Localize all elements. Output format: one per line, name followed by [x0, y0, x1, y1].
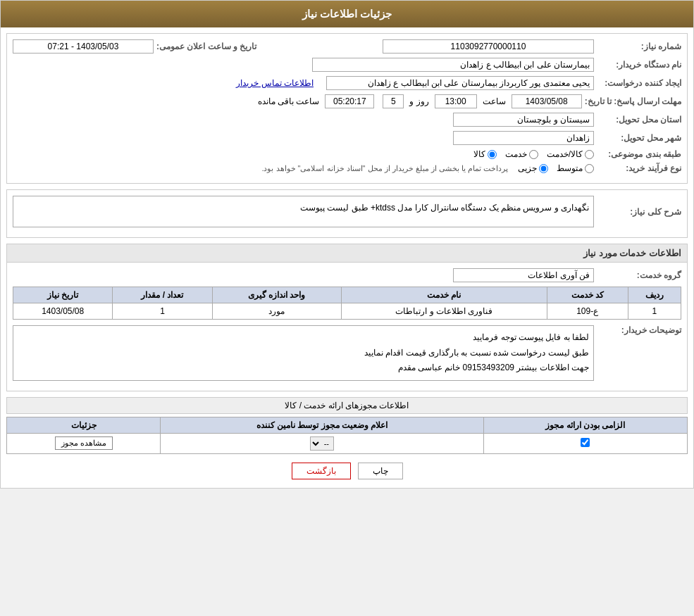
page-wrapper: جزئیات اطلاعات نیاز شماره نیاز: 11030927…: [0, 0, 694, 489]
province-label: استان محل تحویل:: [597, 115, 681, 125]
process-radio-group: متوسط جزیی: [518, 163, 594, 173]
service-group-value: فن آوری اطلاعات: [453, 268, 594, 282]
button-bar: چاپ بازگشت: [1, 463, 693, 479]
reply-days-label: روز و: [409, 96, 428, 106]
need-description-body: شرح کلی نیاز: نگهداری و سرویس منظم یک دس…: [7, 190, 687, 237]
reply-days-value: 5: [383, 94, 404, 108]
province-row: استان محل تحویل: سیستان و بلوچستان: [13, 113, 681, 127]
buyer-notes-box: لطفا به فایل پیوست توجه فرمایید طبق لیست…: [13, 325, 594, 381]
remaining-time-label: ساعت باقی مانده: [258, 96, 320, 106]
need-number-label: شماره نیاز:: [597, 42, 681, 51]
radio-kala-label: کالا: [473, 149, 485, 159]
radio-motavasset-input[interactable]: [585, 164, 594, 173]
cell-date: 1403/05/08: [13, 303, 113, 320]
reply-time-value: 13:00: [435, 94, 477, 108]
print-button[interactable]: چاپ: [358, 463, 403, 479]
need-description-value: نگهداری و سرویس منظم یک دستگاه سانترال ک…: [13, 196, 594, 227]
cell-code: ع-109: [547, 303, 628, 320]
announcement-row: شماره نیاز: 1103092770000110 تاریخ و ساع…: [13, 39, 681, 54]
table-row: 1ع-109فناوری اطلاعات و ارتباطاتمورد11403…: [13, 303, 681, 320]
col-code: کد خدمت: [547, 287, 628, 303]
back-button[interactable]: بازگشت: [292, 463, 351, 479]
perm-col-required: الزامی بودن ارائه مجوز: [483, 417, 687, 433]
licenses-section: الزامی بودن ارائه مجوز اعلام وضعیت مجوز …: [6, 417, 688, 454]
buyer-org-label: نام دستگاه خریدار:: [597, 60, 681, 70]
col-row: ردیف: [628, 287, 681, 303]
cell-unit: مورد: [212, 303, 341, 320]
radio-motavasset: متوسط: [557, 163, 594, 173]
radio-jozi-label: جزیی: [518, 163, 537, 173]
creator-value: یحیی معتمدی پور کاربرداز بیمارستان علی ا…: [326, 76, 594, 90]
announcement-time-label: تاریخ و ساعت اعلان عمومی:: [156, 42, 256, 51]
need-number-value: 1103092770000110: [383, 39, 594, 54]
services-table: ردیف کد خدمت نام خدمت واحد اندازه گیری ت…: [13, 287, 681, 320]
col-qty: تعداد / مقدار: [113, 287, 212, 303]
process-note: پرداخت تمام یا بخشی از مبلغ خریدار از مح…: [261, 164, 508, 173]
category-row: طبقه بندی موضوعی: کالا/خدمت خدمت کالا: [13, 149, 681, 159]
city-row: شهر محل تحویل: زاهدان: [13, 131, 681, 145]
perm-col-status: اعلام وضعیت مجوز توسط نامین کننده: [161, 417, 483, 433]
licenses-divider: اطلاعات مجوزهای ارائه خدمت / کالا: [6, 397, 688, 414]
buyer-notes-label: توضیحات خریدار:: [597, 325, 681, 335]
creator-label: ایجاد کننده درخواست:: [597, 78, 681, 88]
radio-jozi-input[interactable]: [539, 164, 548, 173]
cell-name: فناوری اطلاعات و ارتباطات: [341, 303, 547, 320]
main-info-section: شماره نیاز: 1103092770000110 تاریخ و ساع…: [6, 33, 688, 184]
licenses-table: الزامی بودن ارائه مجوز اعلام وضعیت مجوز …: [6, 417, 688, 454]
remaining-time-value: 05:20:17: [325, 94, 374, 108]
view-license-button[interactable]: مشاهده مجوز: [55, 436, 113, 450]
services-info-body: گروه خدمت: فن آوری اطلاعات ردیف کد خدمت …: [7, 263, 687, 391]
city-value: زاهدان: [453, 131, 594, 145]
services-info-header: اطلاعات خدمات مورد نیاز: [7, 244, 687, 263]
reply-date-value: 1403/05/08: [512, 94, 582, 108]
need-description-label: شرح کلی نیاز:: [597, 207, 681, 217]
radio-motavasset-label: متوسط: [557, 163, 583, 173]
radio-khedmat: خدمت: [505, 149, 538, 159]
contact-link[interactable]: اطلاعات تماس خریدار: [236, 78, 314, 88]
radio-kala: کالا: [473, 149, 497, 159]
radio-khedmat-label: خدمت: [505, 149, 527, 159]
service-group-row: گروه خدمت: فن آوری اطلاعات: [13, 268, 681, 282]
perm-col-details: جزئیات: [7, 417, 161, 433]
radio-jozi: جزیی: [518, 163, 548, 173]
process-row: نوع فرآیند خرید: متوسط جزیی پرداخت تمام …: [13, 163, 681, 173]
reply-deadline-label: مهلت ارسال پاسخ: تا تاریخ:: [585, 96, 681, 106]
buyer-org-row: نام دستگاه خریدار: بیمارستان علی ابن ابی…: [13, 58, 681, 72]
province-value: سیستان و بلوچستان: [453, 113, 594, 127]
radio-kala-khedmat: کالا/خدمت: [547, 149, 594, 159]
perm-required-cell: [483, 433, 687, 453]
radio-kala-khedmat-label: کالا/خدمت: [547, 149, 583, 159]
city-label: شهر محل تحویل:: [597, 133, 681, 143]
category-label: طبقه بندی موضوعی:: [597, 149, 681, 159]
perm-details-cell: مشاهده مجوز: [7, 433, 161, 453]
buyer-notes-line2: طبق لیست درخواست شده نسبت به بارگذاری قی…: [18, 346, 589, 361]
buyer-org-value: بیمارستان علی ابن ابیطالب ع زاهدان: [312, 58, 594, 72]
col-unit: واحد اندازه گیری: [212, 287, 341, 303]
reply-deadline-row: مهلت ارسال پاسخ: تا تاریخ: 1403/05/08 سا…: [13, 94, 681, 108]
perm-required-checkbox[interactable]: [581, 438, 590, 447]
page-title: جزئیات اطلاعات نیاز: [1, 1, 693, 27]
need-description-row: شرح کلی نیاز: نگهداری و سرویس منظم یک دس…: [13, 196, 681, 227]
col-date: تاریخ نیاز: [13, 287, 113, 303]
radio-kala-input[interactable]: [488, 150, 497, 159]
radio-khedmat-input[interactable]: [529, 150, 538, 159]
perm-status-cell: --: [161, 433, 483, 453]
radio-kala-khedmat-input[interactable]: [585, 150, 594, 159]
perm-row: -- مشاهده مجوز: [7, 433, 688, 453]
service-group-label: گروه خدمت:: [597, 270, 681, 280]
buyer-notes-row: توضیحات خریدار: لطفا به فایل پیوست توجه …: [13, 325, 681, 381]
creator-row: ایجاد کننده درخواست: یحیی معتمدی پور کار…: [13, 76, 681, 90]
main-info-body: شماره نیاز: 1103092770000110 تاریخ و ساع…: [7, 34, 687, 183]
buyer-notes-line3: جهت اطلاعات بیشتر 09153493209 خانم عباسی…: [18, 360, 589, 376]
reply-time-label: ساعت: [483, 96, 506, 106]
col-name: نام خدمت: [341, 287, 547, 303]
announcement-time-value: 1403/05/03 - 07:21: [13, 39, 154, 54]
perm-status-select[interactable]: --: [310, 436, 334, 451]
cell-quantity: 1: [113, 303, 212, 320]
cell-row: 1: [628, 303, 681, 320]
services-info-section: اطلاعات خدمات مورد نیاز گروه خدمت: فن آو…: [6, 244, 688, 391]
need-description-section: شرح کلی نیاز: نگهداری و سرویس منظم یک دس…: [6, 189, 688, 238]
process-label: نوع فرآیند خرید:: [597, 163, 681, 173]
category-radio-group: کالا/خدمت خدمت کالا: [473, 149, 594, 159]
buyer-notes-line1: لطفا به فایل پیوست توجه فرمایید: [18, 330, 589, 346]
